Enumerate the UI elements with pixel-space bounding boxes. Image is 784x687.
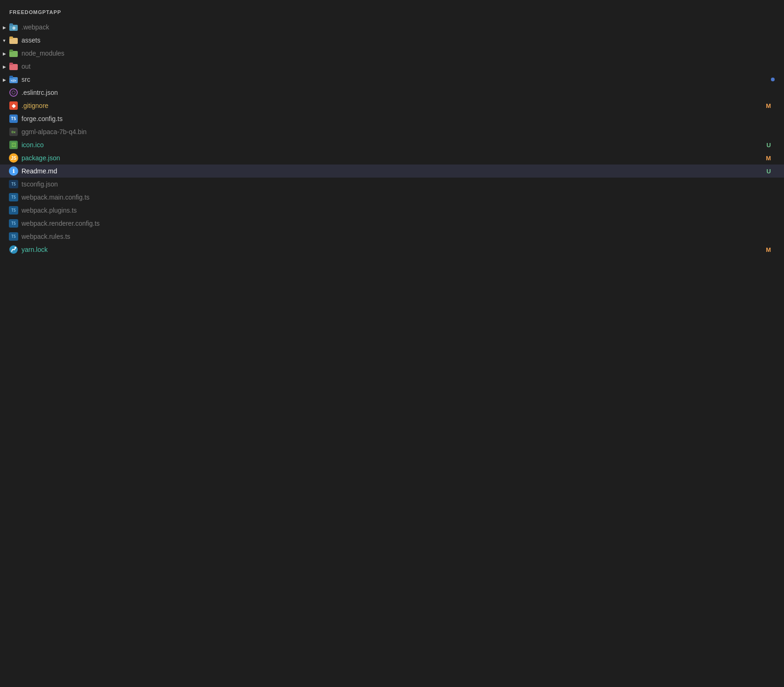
webpack-main-file-icon: TS xyxy=(8,192,19,202)
tree-item-webpack-rules[interactable]: TS webpack.rules.ts xyxy=(0,230,784,243)
src-folder-icon: </> xyxy=(8,74,19,85)
package-json-label: package.json xyxy=(21,154,766,162)
package-json-badge: M xyxy=(766,155,771,162)
tsconfig-file-icon: TS xyxy=(8,179,19,189)
tree-item-package-json[interactable]: JS package.json M xyxy=(0,151,784,165)
tree-item-webpack-main[interactable]: TS webpack.main.config.ts xyxy=(0,191,784,204)
explorer-title: FREEDOMGPTAPP xyxy=(0,6,784,21)
svg-rect-10 xyxy=(9,76,13,78)
svg-text:⚙: ⚙ xyxy=(12,26,15,30)
webpack-plugins-file-icon: TS xyxy=(8,205,19,215)
tree-item-assets[interactable]: assets xyxy=(0,34,784,47)
src-dot-badge xyxy=(771,78,775,81)
svg-text:🖼: 🖼 xyxy=(11,142,16,148)
package-json-file-icon: JS xyxy=(8,153,19,163)
webpack-folder-icon: ⚙ xyxy=(8,22,19,32)
yarn-lock-badge: M xyxy=(766,246,771,253)
tree-item-ggml[interactable]: 0x ggml-alpaca-7b-q4.bin xyxy=(0,125,784,138)
forge-config-label: forge.config.ts xyxy=(21,115,780,122)
tree-item-webpack[interactable]: ⚙ .webpack xyxy=(0,21,784,34)
ggml-file-icon: 0x xyxy=(8,127,19,137)
src-label: src xyxy=(21,76,771,83)
readme-label: Readme.md xyxy=(21,167,767,175)
webpack-plugins-label: webpack.plugins.ts xyxy=(21,207,780,214)
webpack-label: .webpack xyxy=(21,23,780,31)
tsconfig-label: tsconfig.json xyxy=(21,180,780,188)
tree-item-readme[interactable]: ℹ Readme.md U xyxy=(0,165,784,178)
tree-item-icon-ico[interactable]: 🖼 icon.ico U xyxy=(0,138,784,151)
tree-item-yarn-lock[interactable]: yarn.lock M xyxy=(0,243,784,256)
ggml-label: ggml-alpaca-7b-q4.bin xyxy=(21,128,780,136)
assets-label: assets xyxy=(21,36,780,44)
readme-file-icon: ℹ xyxy=(8,166,19,176)
svg-rect-6 xyxy=(9,50,13,52)
readme-badge: U xyxy=(767,168,771,175)
webpack-rules-file-icon: TS xyxy=(8,231,19,242)
chevron-right-icon-node xyxy=(0,51,8,56)
icon-ico-file-icon: 🖼 xyxy=(8,140,19,150)
gitignore-badge: M xyxy=(766,102,771,109)
tree-item-node-modules[interactable]: node_modules xyxy=(0,47,784,60)
node-modules-folder-icon xyxy=(8,48,19,58)
svg-rect-1 xyxy=(9,23,13,26)
chevron-down-icon xyxy=(0,38,8,43)
svg-rect-4 xyxy=(9,36,13,39)
file-explorer: FREEDOMGPTAPP ⚙ .webpack assets xyxy=(0,0,784,687)
out-folder-icon xyxy=(8,61,19,72)
yarn-lock-file-icon xyxy=(8,244,19,255)
webpack-main-label: webpack.main.config.ts xyxy=(21,193,780,201)
icon-ico-badge: U xyxy=(767,142,771,149)
svg-text:</>: </> xyxy=(11,79,16,83)
svg-point-19 xyxy=(14,247,16,249)
tree-item-tsconfig[interactable]: TS tsconfig.json xyxy=(0,178,784,191)
gitignore-label: .gitignore xyxy=(21,102,766,109)
gitignore-file-icon: ◆ xyxy=(8,100,19,111)
out-label: out xyxy=(21,63,780,70)
forge-config-file-icon: TS xyxy=(8,114,19,124)
chevron-right-icon-src xyxy=(0,77,8,82)
tree-item-webpack-plugins[interactable]: TS webpack.plugins.ts xyxy=(0,204,784,217)
eslint-file-icon xyxy=(8,87,19,98)
tree-item-webpack-renderer[interactable]: TS webpack.renderer.config.ts xyxy=(0,217,784,230)
icon-ico-label: icon.ico xyxy=(21,141,767,149)
webpack-renderer-file-icon: TS xyxy=(8,218,19,229)
webpack-renderer-label: webpack.renderer.config.ts xyxy=(21,220,780,227)
tree-item-eslintrc[interactable]: .eslintrc.json xyxy=(0,86,784,99)
tree-item-out[interactable]: out xyxy=(0,60,784,73)
eslintrc-label: .eslintrc.json xyxy=(21,89,780,96)
svg-text:◆: ◆ xyxy=(11,103,16,108)
svg-text:JS: JS xyxy=(11,156,17,161)
yarn-lock-label: yarn.lock xyxy=(21,246,766,253)
svg-rect-8 xyxy=(9,63,13,65)
chevron-right-icon xyxy=(0,25,8,30)
chevron-right-icon-out xyxy=(0,64,8,69)
webpack-rules-label: webpack.rules.ts xyxy=(21,233,780,240)
tree-item-gitignore[interactable]: ◆ .gitignore M xyxy=(0,99,784,112)
node-modules-label: node_modules xyxy=(21,50,780,57)
tree-item-src[interactable]: </> src xyxy=(0,73,784,86)
tree-item-forge-config[interactable]: TS forge.config.ts xyxy=(0,112,784,125)
assets-folder-icon xyxy=(8,35,19,45)
